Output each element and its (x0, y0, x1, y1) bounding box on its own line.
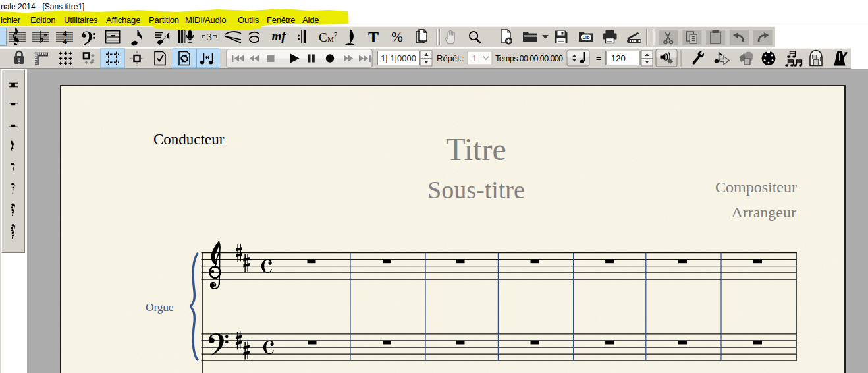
svg-text:4: 4 (63, 37, 67, 46)
svg-text:7: 7 (334, 31, 337, 38)
svg-text:M: M (327, 35, 334, 43)
svg-text:120: 120 (611, 53, 626, 63)
svg-text:1: 1 (472, 53, 477, 63)
svg-text:1| 1|0000: 1| 1|0000 (381, 53, 416, 63)
svg-text:Temps 00:00:00.000: Temps 00:00:00.000 (495, 54, 563, 63)
svg-text:%: % (391, 29, 403, 45)
svg-text:=: = (596, 53, 601, 63)
svg-text:T: T (368, 28, 379, 45)
svg-text:3: 3 (207, 32, 212, 42)
svg-text:mf: mf (271, 29, 286, 43)
svg-text:C: C (319, 30, 327, 44)
svg-text:Lib: Lib (582, 34, 590, 40)
svg-text:Répét.:: Répét.: (437, 53, 464, 63)
